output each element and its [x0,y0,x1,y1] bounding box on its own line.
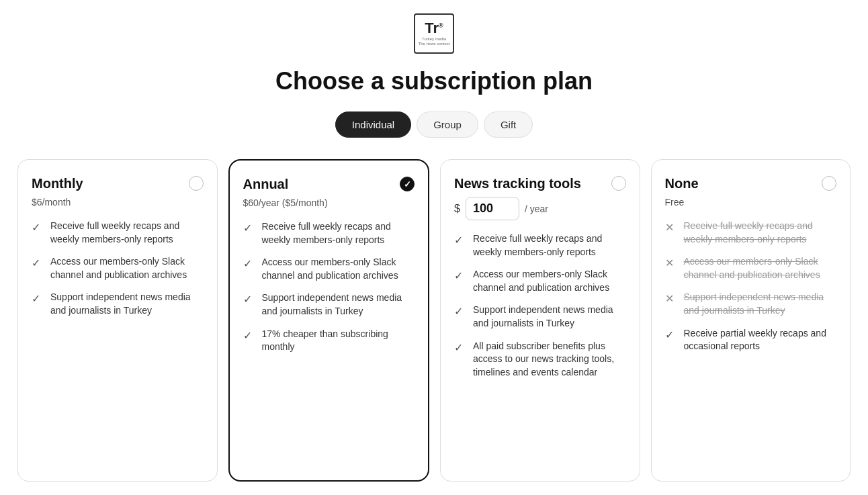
feature-text: All paid subscriber benefits plus access… [473,340,626,379]
check-icon: ✓ [32,291,44,304]
logo-container: Tr® Turkey mediaThe news context [414,13,454,54]
feature-text: Receive partial weekly recaps and occasi… [684,327,837,353]
list-item: ✓ Access our members-only Slack channel … [32,255,204,281]
plan-none-features: ✕ Receive full weekly recaps and weekly … [665,220,837,353]
check-icon: ✓ [454,269,466,281]
plan-none-radio[interactable] [822,176,836,191]
plan-monthly-radio[interactable] [189,176,204,191]
feature-text: Access our members-only Slack channel an… [473,268,626,294]
x-icon: ✕ [665,291,677,304]
list-item: ✓ Receive full weekly recaps and weekly … [454,232,626,259]
check-icon: ✓ [32,256,44,268]
plan-monthly-header: Monthly [32,176,204,191]
plan-monthly-features: ✓ Receive full weekly recaps and weekly … [32,220,204,318]
list-item: ✓ Support independent news media and jou… [32,291,204,317]
list-item: ✕ Receive full weekly recaps and weekly … [665,220,837,246]
price-input-field[interactable] [466,197,519,220]
x-icon: ✕ [665,256,677,268]
check-icon: ✓ [32,220,44,232]
logo-text: Tr® [425,21,443,36]
feature-text: Receive full weekly recaps and weekly me… [50,220,204,246]
plan-annual-radio[interactable] [400,177,415,191]
feature-text: Receive full weekly recaps and weekly me… [262,220,415,246]
feature-text: Support independent news media and journ… [50,291,204,317]
check-icon: ✓ [454,341,466,353]
plan-news-tracking-features: ✓ Receive full weekly recaps and weekly … [454,232,626,379]
price-period: / year [525,204,548,214]
check-icon: ✓ [243,257,255,269]
list-item: ✕ Support independent news media and jou… [665,291,837,317]
logo-box: Tr® Turkey mediaThe news context [414,13,454,54]
feature-text: Receive full weekly recaps and weekly me… [473,232,626,259]
plan-monthly[interactable]: Monthly $6/month ✓ Receive full weekly r… [17,159,218,482]
feature-text: Support independent news media and journ… [473,304,626,330]
feature-text: Receive full weekly recaps and weekly me… [684,220,837,246]
feature-text: Access our members-only Slack channel an… [684,255,837,281]
x-icon: ✕ [665,220,677,232]
price-symbol: $ [454,203,460,215]
check-icon: ✓ [454,304,466,316]
plan-none-name: None [665,176,699,191]
logo-subtitle: Turkey mediaThe news context [418,37,449,46]
list-item: ✓ Support independent news media and jou… [454,304,626,330]
plan-news-tracking-radio[interactable] [611,176,626,191]
list-item: ✕ Access our members-only Slack channel … [665,255,837,281]
list-item: ✓ Access our members-only Slack channel … [243,256,415,282]
plan-annual-name: Annual [243,177,289,192]
list-item: ✓ Receive partial weekly recaps and occa… [665,327,837,353]
plan-annual-price: $60/year ($5/month) [243,197,415,208]
list-item: ✓ 17% cheaper than subscribing monthly [243,328,415,354]
plan-annual-header: Annual [243,177,415,192]
tab-group[interactable]: Group [417,111,478,138]
check-icon: ✓ [665,328,677,340]
plan-monthly-price: $6/month [32,197,204,208]
plan-annual-features: ✓ Receive full weekly recaps and weekly … [243,220,415,354]
check-icon: ✓ [243,221,255,233]
plan-news-tracking[interactable]: News tracking tools $ / year ✓ Receive f… [440,159,640,482]
list-item: ✓ Receive full weekly recaps and weekly … [243,220,415,246]
plans-grid: Monthly $6/month ✓ Receive full weekly r… [17,159,851,482]
plan-news-tracking-name: News tracking tools [454,176,581,191]
list-item: ✓ All paid subscriber benefits plus acce… [454,340,626,379]
feature-text: Support independent news media and journ… [262,291,415,318]
plan-none-header: None [665,176,837,191]
plan-none-price: Free [665,197,837,208]
check-icon: ✓ [243,328,255,341]
plan-news-tracking-price-input: $ / year [454,197,626,220]
page-title: Choose a subscription plan [275,67,593,95]
plan-annual[interactable]: Annual $60/year ($5/month) ✓ Receive ful… [228,159,430,482]
list-item: ✓ Support independent news media and jou… [243,291,415,318]
tab-group: Individual Group Gift [335,111,533,138]
check-icon: ✓ [454,233,466,245]
feature-text: Access our members-only Slack channel an… [50,255,204,281]
check-icon: ✓ [243,292,255,304]
list-item: ✓ Receive full weekly recaps and weekly … [32,220,204,246]
plan-none[interactable]: None Free ✕ Receive full weekly recaps a… [651,159,851,482]
plan-monthly-name: Monthly [32,176,83,191]
plan-news-tracking-header: News tracking tools [454,176,626,191]
tab-individual[interactable]: Individual [335,111,411,138]
feature-text: Access our members-only Slack channel an… [262,256,415,282]
feature-text: 17% cheaper than subscribing monthly [262,328,415,354]
feature-text: Support independent news media and journ… [684,291,837,317]
tab-gift[interactable]: Gift [484,111,533,138]
list-item: ✓ Access our members-only Slack channel … [454,268,626,294]
